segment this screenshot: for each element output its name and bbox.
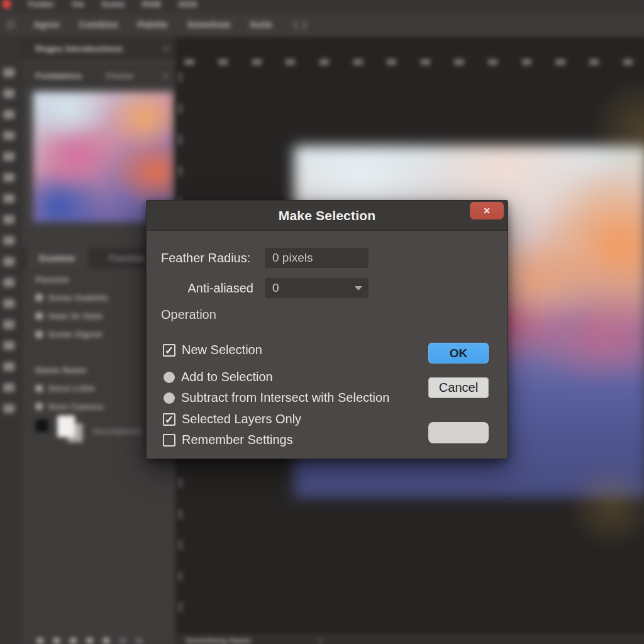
bracket-icons: () (294, 19, 306, 30)
tool-options-bar: Agree Combine Palette Somehow Suite () (0, 12, 644, 37)
panel-section-title: Name Name (36, 365, 87, 375)
footer-icon[interactable] (136, 638, 142, 644)
swatch-label: Descriptions (93, 427, 142, 436)
foreground-color-swatch[interactable] (36, 419, 48, 432)
menu-item[interactable]: Vie (72, 0, 84, 9)
radio-icon[interactable] (164, 372, 175, 383)
tool-icon[interactable] (3, 215, 14, 224)
dialog-title: Make Selection (147, 201, 508, 231)
footer-icon[interactable] (119, 638, 126, 644)
options-bar-item[interactable]: Combine (79, 19, 119, 30)
dropdown-value: 0 (272, 281, 355, 295)
footer-icon[interactable] (70, 638, 76, 644)
menu-item[interactable]: Some (102, 0, 125, 9)
menu-bar: Folder Vie Some RGB 2025 (0, 0, 644, 12)
ok-button[interactable]: OK (428, 343, 489, 364)
close-icon[interactable]: ✕ (162, 44, 169, 53)
tool-preset-icon[interactable] (7, 21, 14, 28)
option-label: Remember Settings (182, 433, 293, 447)
unlabeled-button[interactable] (428, 422, 489, 443)
tools-panel (0, 38, 21, 644)
tool-icon[interactable] (3, 362, 14, 371)
radio-icon[interactable] (164, 392, 175, 404)
close-icon[interactable]: ✕ (162, 71, 169, 80)
tool-icon[interactable] (3, 383, 14, 392)
options-bar-item[interactable]: Somehow (187, 19, 231, 30)
cancel-button[interactable]: Cancel (428, 377, 489, 398)
layers-icon[interactable] (57, 416, 75, 437)
doc-tab[interactable]: Flower (106, 71, 134, 80)
tool-icon[interactable] (3, 404, 14, 413)
option-label: Selected Layers Only (182, 412, 301, 426)
document-tabs: Fondations Flower ✕ (21, 65, 175, 86)
make-selection-dialog: Make Selection ✕ Feather Radius: Anti-al… (146, 200, 508, 459)
item-icon (36, 294, 43, 301)
panel-list-item[interactable]: Some Signet (36, 330, 103, 339)
panel-list-item[interactable]: Hate Or Date (36, 311, 103, 321)
tool-icon[interactable] (3, 152, 14, 161)
checkbox-unchecked-icon[interactable] (163, 434, 175, 447)
checkbox-checked-icon[interactable] (163, 413, 175, 426)
item-label: Hate Or Date (48, 311, 103, 321)
item-label: Once Little (48, 384, 95, 393)
status-divider (319, 637, 321, 644)
status-bar: Something Name (175, 634, 644, 644)
tool-icon[interactable] (3, 110, 14, 119)
panel-footer-icons (37, 638, 143, 644)
section-divider (236, 318, 496, 318)
options-bar-item[interactable]: Agree (34, 19, 60, 30)
option-selected-layers-only[interactable]: Selected Layers Only (163, 412, 301, 426)
tool-icon[interactable] (3, 257, 14, 266)
option-label: Subtract from Intersect with Selection (181, 391, 389, 405)
option-new-selection[interactable]: New Selection (163, 343, 262, 357)
options-bar-item[interactable]: Palette (138, 19, 169, 30)
app-window: Folder Vie Some RGB 2025 Agree Combine P… (0, 0, 644, 644)
close-icon: ✕ (483, 206, 491, 215)
tool-icon[interactable] (3, 194, 14, 203)
tool-icon[interactable] (3, 68, 14, 77)
tool-icon[interactable] (3, 341, 14, 350)
footer-icon[interactable] (87, 638, 93, 644)
tool-icon[interactable] (3, 89, 14, 98)
anti-aliased-dropdown[interactable]: 0 (265, 278, 369, 298)
anti-aliased-label: Anti-aliased (161, 278, 253, 298)
footer-icon[interactable] (53, 638, 60, 644)
option-subtract-intersect[interactable]: Subtract from Intersect with Selection (163, 391, 389, 405)
option-add-to-selection[interactable]: Add to Selection (163, 370, 273, 384)
menu-item[interactable]: RGB (142, 0, 161, 9)
horizontal-ruler (184, 59, 644, 65)
panel-header: Roges Introductions ✕ (21, 38, 175, 60)
panel-section-title: Passive (36, 275, 69, 284)
doc-tab[interactable]: Fondations (36, 71, 82, 80)
panel-list-item[interactable]: Some Subtitle (36, 292, 108, 302)
dialog-close-button[interactable]: ✕ (470, 202, 504, 219)
tool-icon[interactable] (3, 236, 14, 245)
panel-list-item[interactable]: Once Little (36, 384, 95, 393)
window-control-red-icon[interactable] (3, 0, 11, 8)
option-label: New Selection (182, 343, 262, 357)
footer-icon[interactable] (103, 638, 109, 644)
tool-icon[interactable] (3, 299, 14, 308)
feather-radius-input[interactable] (265, 248, 369, 268)
options-bar-item[interactable]: Suite (250, 19, 272, 30)
footer-icon[interactable] (37, 638, 43, 644)
tool-icon[interactable] (3, 320, 14, 329)
panel-list-item[interactable]: Sure Camera (36, 402, 104, 411)
tool-icon[interactable] (3, 278, 14, 287)
item-icon (36, 385, 43, 392)
item-label: Some Signet (48, 330, 103, 339)
dialog-title-bar[interactable]: Make Selection ✕ (147, 201, 508, 231)
panel-tab[interactable]: Examine (26, 248, 87, 269)
tool-icon[interactable] (3, 173, 14, 182)
item-icon (36, 403, 43, 410)
feather-radius-label: Feather Radius: (161, 248, 250, 268)
tool-icon[interactable] (3, 131, 14, 140)
item-icon (36, 331, 43, 338)
status-text: Something Name (186, 636, 250, 644)
operation-section-label: Operation (161, 308, 216, 322)
menu-item[interactable]: 2025 (178, 0, 197, 9)
option-label: Add to Selection (181, 370, 273, 384)
option-remember-settings[interactable]: Remember Settings (163, 433, 293, 447)
menu-item[interactable]: Folder (28, 0, 54, 9)
checkbox-checked-icon[interactable] (163, 344, 175, 357)
